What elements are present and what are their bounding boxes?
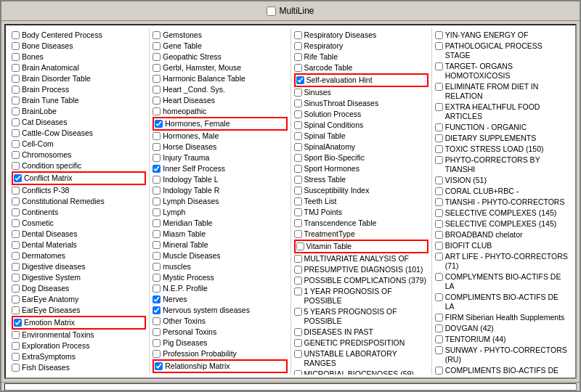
item-checkbox[interactable] xyxy=(435,231,443,239)
item-checkbox[interactable] xyxy=(435,134,443,142)
item-checkbox[interactable] xyxy=(12,162,20,170)
item-checkbox[interactable] xyxy=(435,83,443,91)
item-checkbox[interactable] xyxy=(153,187,161,195)
item-checkbox[interactable] xyxy=(153,53,161,61)
item-checkbox[interactable] xyxy=(296,76,304,84)
item-checkbox[interactable] xyxy=(153,328,161,336)
item-checkbox[interactable] xyxy=(12,285,20,293)
item-checkbox[interactable] xyxy=(12,118,20,126)
item-checkbox[interactable] xyxy=(435,176,443,184)
item-checkbox[interactable] xyxy=(12,252,20,260)
item-checkbox[interactable] xyxy=(12,274,20,282)
item-checkbox[interactable] xyxy=(435,42,443,50)
item-checkbox[interactable] xyxy=(12,97,20,105)
item-checkbox[interactable] xyxy=(435,62,443,70)
item-checkbox[interactable] xyxy=(435,198,443,206)
item-checkbox[interactable] xyxy=(12,353,20,361)
item-checkbox[interactable] xyxy=(153,285,161,293)
item-checkbox[interactable] xyxy=(435,253,443,261)
item-checkbox[interactable] xyxy=(294,176,302,184)
item-checkbox[interactable] xyxy=(294,154,302,162)
item-checkbox[interactable] xyxy=(435,314,443,322)
horizontal-scrollbar[interactable] xyxy=(4,383,577,391)
item-checkbox[interactable] xyxy=(153,230,161,238)
item-checkbox[interactable] xyxy=(294,287,302,295)
item-checkbox[interactable] xyxy=(153,86,161,94)
item-checkbox[interactable] xyxy=(153,219,161,227)
item-checkbox[interactable] xyxy=(435,220,443,228)
item-checkbox[interactable] xyxy=(435,273,443,281)
item-checkbox[interactable] xyxy=(435,156,443,164)
item-checkbox[interactable] xyxy=(294,230,302,238)
item-checkbox[interactable] xyxy=(153,317,161,325)
item-checkbox[interactable] xyxy=(435,367,443,375)
item-checkbox[interactable] xyxy=(435,103,443,111)
item-checkbox[interactable] xyxy=(12,187,20,195)
item-checkbox[interactable] xyxy=(12,197,20,205)
item-checkbox[interactable] xyxy=(294,339,302,347)
item-checkbox[interactable] xyxy=(12,129,20,137)
item-checkbox[interactable] xyxy=(435,123,443,131)
item-checkbox[interactable] xyxy=(294,165,302,173)
item-checkbox[interactable] xyxy=(294,64,302,72)
item-checkbox[interactable] xyxy=(435,31,443,39)
item-checkbox[interactable] xyxy=(153,107,161,115)
item-checkbox[interactable] xyxy=(153,31,161,39)
item-checkbox[interactable] xyxy=(153,350,161,358)
item-checkbox[interactable] xyxy=(153,241,161,249)
item-checkbox[interactable] xyxy=(294,110,302,118)
item-checkbox[interactable] xyxy=(435,335,443,343)
item-checkbox[interactable] xyxy=(153,208,161,216)
item-checkbox[interactable] xyxy=(12,86,20,94)
item-checkbox[interactable] xyxy=(435,242,443,250)
item-checkbox[interactable] xyxy=(12,263,20,271)
item-checkbox[interactable] xyxy=(12,151,20,159)
item-checkbox[interactable] xyxy=(294,350,302,358)
item-checkbox[interactable] xyxy=(294,197,302,205)
item-checkbox[interactable] xyxy=(153,263,161,271)
item-checkbox[interactable] xyxy=(294,187,302,195)
item-checkbox[interactable] xyxy=(12,75,20,83)
item-checkbox[interactable] xyxy=(12,107,20,115)
item-checkbox[interactable] xyxy=(294,53,302,61)
item-checkbox[interactable] xyxy=(153,165,161,173)
item-checkbox[interactable] xyxy=(435,209,443,217)
item-checkbox[interactable] xyxy=(153,197,161,205)
multiline-checkbox-label[interactable]: MultiLine xyxy=(267,6,314,16)
item-checkbox[interactable] xyxy=(294,277,302,285)
item-checkbox[interactable] xyxy=(294,266,302,274)
item-checkbox[interactable] xyxy=(153,154,161,162)
item-checkbox[interactable] xyxy=(12,364,20,372)
item-checkbox[interactable] xyxy=(12,64,20,72)
item-checkbox[interactable] xyxy=(153,306,161,314)
item-checkbox[interactable] xyxy=(153,132,161,140)
item-checkbox[interactable] xyxy=(14,319,22,327)
item-checkbox[interactable] xyxy=(12,42,20,50)
item-checkbox[interactable] xyxy=(294,132,302,140)
item-checkbox[interactable] xyxy=(294,143,302,151)
item-checkbox[interactable] xyxy=(12,342,20,350)
item-checkbox[interactable] xyxy=(12,230,20,238)
item-checkbox[interactable] xyxy=(294,328,302,336)
item-checkbox[interactable] xyxy=(153,143,161,151)
item-checkbox[interactable] xyxy=(294,370,302,375)
item-checkbox[interactable] xyxy=(294,219,302,227)
item-checkbox[interactable] xyxy=(294,121,302,129)
item-checkbox[interactable] xyxy=(294,89,302,97)
item-checkbox[interactable] xyxy=(153,274,161,282)
item-checkbox[interactable] xyxy=(12,306,20,314)
item-checkbox[interactable] xyxy=(294,42,302,50)
item-checkbox[interactable] xyxy=(153,42,161,50)
item-checkbox[interactable] xyxy=(294,255,302,263)
item-checkbox[interactable] xyxy=(435,187,443,195)
item-checkbox[interactable] xyxy=(153,75,161,83)
item-checkbox[interactable] xyxy=(294,208,302,216)
item-checkbox[interactable] xyxy=(153,97,161,105)
multiline-checkbox[interactable] xyxy=(267,7,276,16)
item-checkbox[interactable] xyxy=(12,208,20,216)
item-checkbox[interactable] xyxy=(14,174,22,182)
item-checkbox[interactable] xyxy=(435,145,443,153)
item-checkbox[interactable] xyxy=(12,31,20,39)
item-checkbox[interactable] xyxy=(153,295,161,303)
item-checkbox[interactable] xyxy=(12,295,20,303)
